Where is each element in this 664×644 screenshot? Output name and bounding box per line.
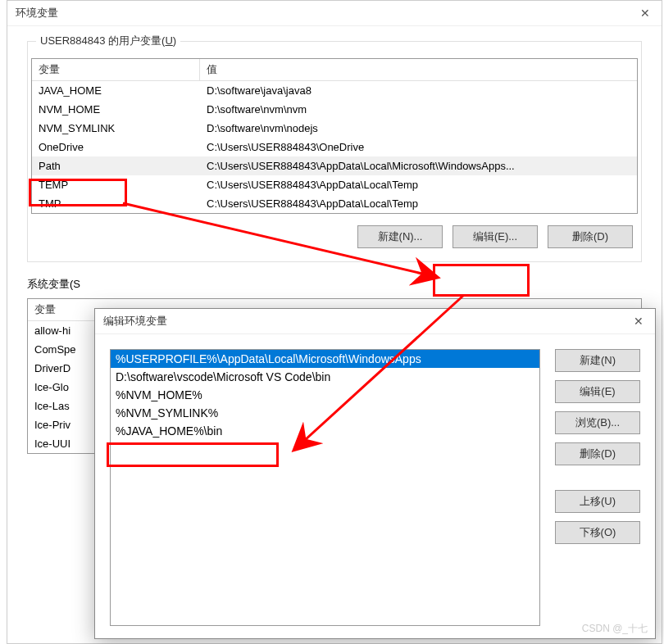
- user-vars-buttons: 新建(N)... 编辑(E)... 删除(D): [28, 214, 641, 252]
- table-row[interactable]: TEMPC:\Users\USER884843\AppData\Local\Te…: [32, 175, 637, 194]
- delete-button[interactable]: 删除(D): [548, 225, 633, 248]
- user-vars-title: USER884843 的用户变量(U): [36, 34, 180, 48]
- delete-button[interactable]: 删除(D): [555, 442, 640, 465]
- table-row[interactable]: TMPC:\Users\USER884843\AppData\Local\Tem…: [32, 194, 637, 213]
- path-item[interactable]: %NVM_SYMLINK%: [111, 404, 539, 422]
- path-item[interactable]: %USERPROFILE%\AppData\Local\Microsoft\Wi…: [111, 350, 539, 368]
- window-title: 环境变量: [16, 6, 58, 20]
- table-row-path[interactable]: PathC:\Users\USER884843\AppData\Local\Mi…: [32, 156, 637, 175]
- user-vars-table: 变量 值 JAVA_HOMED:\software\java\java8 NVM…: [31, 58, 638, 214]
- col-variable[interactable]: 变量: [32, 59, 200, 80]
- close-icon[interactable]: ✕: [630, 315, 647, 328]
- edit-button[interactable]: 编辑(E): [555, 380, 640, 403]
- col-value[interactable]: 值: [200, 59, 637, 80]
- path-item[interactable]: %NVM_HOME%: [111, 386, 539, 404]
- dialog-button-column: 新建(N) 编辑(E) 浏览(B)... 删除(D) 上移(U) 下移(O): [555, 349, 640, 626]
- edit-button[interactable]: 编辑(E)...: [453, 225, 538, 248]
- table-body: JAVA_HOMED:\software\java\java8 NVM_HOME…: [32, 81, 637, 213]
- table-header: 变量 值: [32, 59, 637, 81]
- table-row[interactable]: JAVA_HOMED:\software\java\java8: [32, 81, 637, 100]
- table-row[interactable]: OneDriveC:\Users\USER884843\OneDrive: [32, 138, 637, 156]
- new-button[interactable]: 新建(N): [555, 349, 640, 372]
- table-row[interactable]: NVM_SYMLINKD:\software\nvm\nodejs: [32, 119, 637, 138]
- user-vars-group: USER884843 的用户变量(U) 变量 值 JAVA_HOMED:\sof…: [27, 41, 642, 262]
- table-row[interactable]: NVM_HOMED:\software\nvm\nvm: [32, 100, 637, 119]
- spacer: [555, 474, 640, 482]
- browse-button[interactable]: 浏览(B)...: [555, 411, 640, 434]
- new-button[interactable]: 新建(N)...: [357, 225, 443, 248]
- titlebar: 环境变量 ✕: [7, 1, 662, 26]
- watermark: CSDN @_十七: [582, 622, 648, 636]
- path-list[interactable]: %USERPROFILE%\AppData\Local\Microsoft\Wi…: [110, 349, 540, 626]
- close-icon[interactable]: ✕: [637, 7, 653, 20]
- edit-env-var-dialog: 编辑环境变量 ✕ %USERPROFILE%\AppData\Local\Mic…: [94, 308, 656, 639]
- path-item[interactable]: D:\software\vscode\Microsoft VS Code\bin: [111, 368, 539, 386]
- move-up-button[interactable]: 上移(U): [555, 490, 640, 513]
- dialog-titlebar: 编辑环境变量 ✕: [95, 309, 655, 334]
- path-item-java[interactable]: %JAVA_HOME%\bin: [111, 422, 539, 440]
- dialog-body: %USERPROFILE%\AppData\Local\Microsoft\Wi…: [95, 334, 655, 641]
- system-vars-title: 系统变量(S: [27, 277, 642, 292]
- move-down-button[interactable]: 下移(O): [555, 521, 640, 544]
- dialog-title: 编辑环境变量: [103, 314, 167, 329]
